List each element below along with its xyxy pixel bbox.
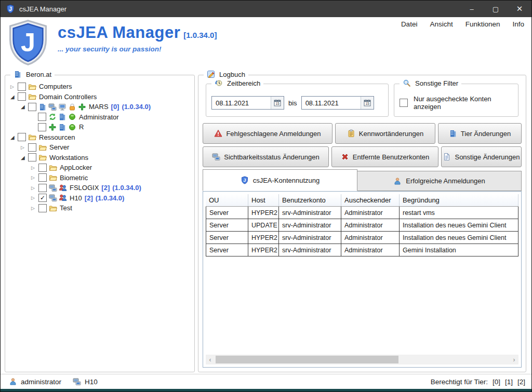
chevron-collapsed-icon[interactable]: ▷ — [31, 195, 38, 200]
plus-icon — [48, 123, 57, 131]
checkbox-unchecked[interactable] — [38, 113, 46, 121]
scrollbar-thumb[interactable] — [216, 356, 398, 363]
folder-icon — [28, 92, 36, 101]
bis-label: bis — [288, 99, 297, 107]
menu-info[interactable]: Info — [512, 20, 524, 28]
chevron-collapsed-icon[interactable]: ▷ — [31, 175, 38, 180]
chevron-collapsed-icon[interactable]: ▷ — [31, 165, 38, 170]
date-to-input[interactable] — [302, 99, 361, 107]
tree-item-h10[interactable]: ▷ ✓ H10 [2] (1.0.34.0) — [5, 193, 194, 204]
chevron-expanded-icon[interactable]: ◢ — [10, 134, 18, 140]
checkbox-checked[interactable]: ✓ — [38, 194, 47, 202]
checkbox-unchecked[interactable] — [28, 143, 36, 152]
checkbox-unchecked[interactable] — [38, 184, 47, 192]
cell-host: HYPER2 — [248, 232, 279, 244]
column-header[interactable]: Begründung — [400, 194, 518, 206]
chevron-expanded-icon[interactable]: ◢ — [10, 94, 18, 100]
checkbox-unchecked[interactable] — [28, 153, 36, 161]
minimize-button[interactable]: – — [460, 1, 484, 17]
chevron-expanded-icon[interactable]: ◢ — [21, 155, 28, 160]
visibility-status-button[interactable]: Sichtbarkeitsstatus Änderungen — [203, 146, 329, 167]
maximize-button[interactable]: ▢ — [484, 1, 508, 17]
person-icon — [393, 177, 402, 185]
checkbox-ausgecheckte[interactable] — [400, 99, 408, 107]
computers-icon — [73, 377, 81, 386]
user-icon — [9, 377, 17, 386]
menu-funktionen[interactable]: Funktionen — [466, 20, 500, 28]
button-label: Kennwortänderungen — [359, 130, 423, 138]
tree-item-fslogix[interactable]: ▷ FSLOGIX [2] (1.0.34.0) — [5, 183, 194, 193]
folder-icon — [49, 164, 57, 172]
checkbox-unchecked[interactable] — [38, 123, 46, 131]
chevron-collapsed-icon[interactable]: ▷ — [10, 84, 18, 89]
tree-item-r[interactable]: R — [5, 122, 194, 132]
tree-item-domain-controllers[interactable]: ◢ Domain Controllers — [5, 92, 194, 102]
tree-item-administrator[interactable]: Administrator — [5, 112, 194, 123]
status-orb-icon — [68, 113, 76, 121]
calendar-icon: 15 — [273, 99, 282, 107]
tree-item-server[interactable]: ▷ Server — [5, 142, 194, 153]
password-changes-button[interactable]: Kennwortänderungen — [335, 123, 435, 144]
cell-benutzerkonto: srv-Administrator — [279, 244, 341, 256]
button-label: Fehlgeschlagene Anmeldungen — [226, 130, 321, 138]
checkbox-unchecked[interactable] — [28, 103, 36, 111]
column-header[interactable]: OU — [206, 194, 248, 206]
tree-item-test[interactable]: ▷ Test — [5, 203, 194, 213]
tier-changes-button[interactable]: Tier Änderungen — [438, 123, 522, 144]
tree-item-label: Biometric — [60, 174, 88, 182]
cell-auscheckender: Administrator — [341, 207, 400, 219]
shield-icon: J — [241, 176, 249, 184]
checkmark-icon: ✓ — [40, 195, 45, 201]
checkbox-unchecked[interactable] — [18, 83, 26, 91]
chevron-collapsed-icon[interactable]: ▷ — [31, 206, 38, 211]
calendar-picker-button[interactable]: 15 — [361, 97, 374, 109]
status-user: administrator — [21, 378, 61, 386]
column-header[interactable]: Auscheckender — [341, 194, 400, 206]
date-from-field[interactable]: 15 — [211, 96, 284, 110]
table-row[interactable]: Server HYPER2 srv-Administrator Administ… — [206, 232, 518, 244]
cell-begruendung: Installation des neues Gemini Client — [400, 232, 518, 244]
tree-item-computers[interactable]: ▷ Computers — [5, 82, 194, 92]
checkbox-unchecked[interactable] — [18, 133, 26, 141]
zeitbereich-legend: Zeitbereich — [211, 79, 263, 87]
checkbox-unchecked[interactable] — [38, 173, 47, 182]
table-row[interactable]: Server HYPER2 srv-Administrator Administ… — [206, 244, 518, 256]
cell-begruendung: Gemini Installation — [400, 244, 518, 256]
scroll-right-icon[interactable]: › — [510, 356, 518, 363]
failed-logins-button[interactable]: Fehlgeschlagene Anmeldungen — [203, 123, 332, 144]
date-to-field[interactable]: 15 — [301, 96, 374, 110]
table-row[interactable]: Server UPDATE srv-Administrator Administ… — [206, 219, 518, 232]
table-header-row: OU Host Benutzerkonto Auscheckender Begr… — [206, 194, 518, 207]
svg-text:J: J — [243, 177, 246, 183]
tree-root-label[interactable]: Beron.at — [26, 71, 51, 78]
cell-ou: Server — [206, 219, 248, 231]
tree-item-workstations[interactable]: ◢ Workstations — [5, 153, 194, 163]
checkbox-unchecked[interactable] — [18, 92, 26, 101]
column-header[interactable]: Benutzerkonto — [279, 194, 341, 206]
tree-item-ressourcen[interactable]: ◢ Ressourcen — [5, 132, 194, 143]
chevron-collapsed-icon[interactable]: ▷ — [21, 145, 28, 150]
menu-datei[interactable]: Datei — [401, 20, 418, 28]
checkbox-unchecked[interactable] — [38, 204, 47, 212]
tree-item-applocker[interactable]: ▷ AppLocker — [5, 163, 194, 173]
checkbox-unchecked[interactable] — [38, 164, 47, 172]
date-from-input[interactable] — [212, 99, 271, 107]
app-shield-icon: J — [6, 4, 15, 13]
scroll-left-icon[interactable]: ‹ — [206, 356, 215, 363]
tab-kontennutzung[interactable]: J csJEA-Kontennutzung — [203, 169, 357, 191]
column-header[interactable]: Host — [248, 194, 279, 206]
tree-item-biometric[interactable]: ▷ Biometric — [5, 173, 194, 183]
tab-erfolgreiche-anmeldungen[interactable]: Erfolgreiche Anmeldungen — [357, 171, 522, 191]
calendar-picker-button[interactable]: 15 — [271, 97, 284, 109]
tier-0: [0] — [493, 378, 500, 386]
tree-item-mars[interactable]: ◢ MARS [0] (1.0.34.0) — [5, 102, 194, 112]
logo-shield-icon: J — [6, 19, 50, 66]
horizontal-scrollbar[interactable]: ‹ › — [206, 355, 518, 364]
chevron-collapsed-icon[interactable]: ▷ — [31, 185, 38, 191]
chevron-expanded-icon[interactable]: ◢ — [21, 104, 28, 110]
menu-ansicht[interactable]: Ansicht — [430, 20, 453, 28]
close-button[interactable]: ✕ — [508, 1, 531, 17]
removed-accounts-button[interactable]: Entfernte Benutzerkonten — [331, 146, 438, 167]
other-changes-button[interactable]: Sonstige Änderungen — [441, 146, 522, 167]
table-row[interactable]: Server HYPER2 srv-Administrator Administ… — [206, 207, 518, 219]
